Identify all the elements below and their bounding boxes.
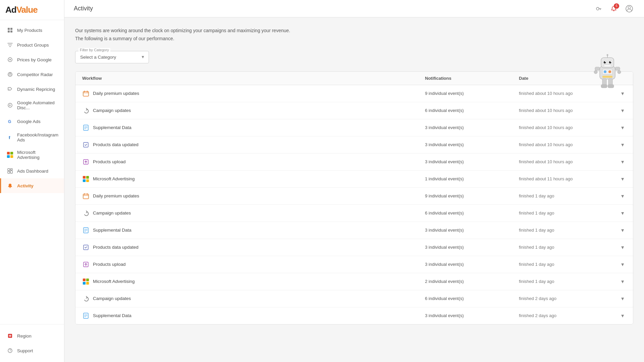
sidebar-item-label: Google Automated Disc... [17, 100, 59, 110]
svg-point-28 [628, 6, 631, 9]
sidebar-item-competitor-radar[interactable]: Competitor Radar [0, 67, 64, 82]
expand-button[interactable]: ▼ [619, 175, 626, 183]
table-body: Daily premium updates 9 individual event… [75, 85, 633, 324]
expand-button[interactable]: ▼ [619, 295, 626, 303]
svg-text:?: ? [9, 349, 11, 353]
date-cell: finished 1 day ago [519, 279, 613, 284]
category-filter[interactable]: Select a Category [75, 51, 149, 63]
workflow-cell: Supplemental Data [82, 312, 425, 319]
sidebar-item-facebook-instagram[interactable]: f Facebook/Instagram Ads [0, 129, 64, 146]
microsoft-icon [82, 278, 90, 285]
notifications-cell: 6 individual event(s) [425, 210, 519, 216]
notifications-cell: 3 individual event(s) [425, 228, 519, 233]
date-cell: finished 2 days ago [519, 296, 613, 301]
workflow-cell: Products data updated [82, 244, 425, 251]
table-row: Products data updated 3 individual event… [75, 239, 633, 256]
expand-button[interactable]: ▼ [619, 278, 626, 286]
sidebar-item-prices-by-google[interactable]: Prices by Google [0, 52, 64, 67]
workflow-cell: Campaign updates [82, 295, 425, 302]
notifications-cell: 1 individual event(s) [425, 176, 519, 181]
label-icon [6, 85, 14, 93]
calendar-icon [82, 90, 90, 97]
filter-section: Filter by Category Select a Category ▼ [75, 51, 633, 63]
sidebar-item-my-products[interactable]: My Products [0, 23, 64, 38]
sidebar-item-google-automated[interactable]: Google Automated Disc... [0, 97, 64, 114]
expand-button[interactable]: ▼ [619, 209, 626, 217]
activity-table: Workflow Notifications Date Daily premiu… [75, 71, 633, 324]
table-row: Supplemental Data 3 individual event(s) … [75, 307, 633, 324]
workflow-cell: Microsoft Advertising [82, 278, 425, 285]
expand-button[interactable]: ▼ [619, 243, 626, 251]
sidebar-item-product-groups[interactable]: Product Groups [0, 38, 64, 52]
svg-rect-49 [601, 84, 607, 88]
notification-badge: 6 [614, 3, 619, 9]
svg-rect-1 [10, 28, 12, 30]
table-row: Campaign updates 6 individual event(s) f… [75, 290, 633, 307]
expand-button[interactable]: ▼ [619, 141, 626, 149]
expand-button[interactable]: ▼ [619, 260, 626, 268]
notifications-cell: 3 individual event(s) [425, 262, 519, 267]
sidebar-item-support[interactable]: ? Support [0, 343, 64, 358]
user-button[interactable] [624, 3, 635, 14]
workflow-cell: Microsoft Advertising [82, 175, 425, 183]
table-header: Workflow Notifications Date [75, 72, 633, 85]
expand-button[interactable]: ▼ [619, 226, 626, 234]
sidebar-item-label: Prices by Google [17, 57, 52, 62]
expand-button[interactable]: ▼ [619, 124, 626, 132]
date-cell: finished 1 day ago [519, 193, 613, 198]
svg-rect-3 [10, 31, 12, 33]
workflow-cell: Daily premium updates [82, 90, 425, 97]
expand-button[interactable]: ▼ [619, 107, 626, 115]
upload-icon [82, 158, 90, 166]
sidebar-item-activity[interactable]: Activity [0, 178, 64, 193]
sidebar-item-microsoft-advertising[interactable]: Microsoft Advertising [0, 146, 64, 164]
plus-icon [6, 332, 14, 340]
workflow-cell: Daily premium updates [82, 192, 425, 200]
sidebar-nav: My Products Product Groups Prices by Goo… [0, 20, 64, 324]
filter-label: Filter by Category [78, 48, 110, 52]
dashboard-icon [6, 167, 14, 175]
sidebar-item-google-ads[interactable]: G Google Ads [0, 114, 64, 129]
date-cell: finished 1 day ago [519, 262, 613, 267]
workflow-cell: Supplemental Data [82, 227, 425, 234]
sidebar-bottom: Region ? Support [0, 324, 64, 362]
table-row: Daily premium updates 9 individual event… [75, 85, 633, 102]
svg-rect-15 [8, 171, 10, 173]
microsoft-icon [6, 151, 14, 159]
expand-button[interactable]: ▼ [619, 312, 626, 320]
microsoft-icon [82, 175, 90, 183]
sidebar-item-dynamic-repricing[interactable]: Dynamic Repricing [0, 82, 64, 97]
svg-rect-39 [604, 65, 611, 67]
intro-line1: Our systems are working around the clock… [75, 27, 633, 35]
svg-rect-44 [615, 67, 620, 70]
key-button[interactable] [593, 3, 604, 14]
workflow-name: Products data updated [93, 142, 139, 147]
notifications-cell: 6 individual event(s) [425, 108, 519, 113]
svg-point-17 [10, 187, 11, 188]
expand-button[interactable]: ▼ [619, 192, 626, 200]
notifications-cell: 9 individual event(s) [425, 193, 519, 198]
svg-point-26 [613, 10, 614, 11]
date-cell: finished 1 day ago [519, 210, 613, 216]
workflow-name: Products upload [93, 159, 126, 164]
expand-button[interactable]: ▼ [619, 158, 626, 166]
supplemental-icon [82, 124, 90, 131]
notifications-cell: 3 individual event(s) [425, 159, 519, 164]
svg-rect-63 [83, 194, 89, 199]
sidebar-item-ads-dashboard[interactable]: Ads Dashboard [0, 164, 64, 178]
svg-rect-52 [83, 92, 89, 96]
help-icon: ? [6, 347, 14, 354]
main: Activity 6 [64, 0, 644, 362]
sidebar-item-region[interactable]: Region [0, 328, 64, 343]
notifications-cell: 3 individual event(s) [425, 142, 519, 147]
workflow-name: Daily premium updates [93, 91, 139, 96]
workflow-name: Supplemental Data [93, 125, 131, 130]
notification-button[interactable]: 6 [608, 3, 619, 14]
notifications-cell: 9 individual event(s) [425, 91, 519, 96]
date-cell: finished 2 days ago [519, 313, 613, 318]
sidebar: AdValue My Products Product Groups Price… [0, 0, 64, 362]
logo-value: Value [16, 5, 38, 15]
notifications-cell: 2 individual event(s) [425, 279, 519, 284]
logo-ad: Ad [5, 5, 16, 15]
sync-icon [82, 295, 90, 302]
